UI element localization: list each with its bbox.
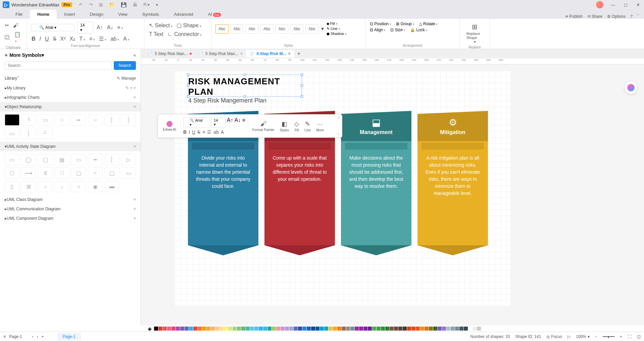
color-swatch[interactable] (259, 327, 263, 331)
color-swatch[interactable] (285, 327, 289, 331)
font-select[interactable]: 🔍 Arial ▾ (31, 24, 75, 31)
color-swatch[interactable] (315, 327, 319, 331)
page-tab-1[interactable]: Page-1 (57, 333, 81, 340)
color-swatch[interactable] (394, 327, 398, 331)
doc-tab-3[interactable]: 📄 4-Step Risk M...× (246, 50, 294, 57)
shape-thumb[interactable]: │ (121, 114, 136, 126)
color-swatch[interactable] (398, 327, 402, 331)
underline-icon[interactable]: U (192, 129, 195, 135)
edraw-ai-button[interactable]: Edraw AI (161, 121, 178, 131)
shape-thumb[interactable]: ━ (88, 154, 103, 165)
menu-ai[interactable]: AIhot (201, 10, 228, 19)
float-size-select[interactable]: 14 ▾ (211, 117, 226, 128)
resize-handle[interactable] (187, 74, 189, 76)
color-swatch[interactable] (307, 327, 311, 331)
color-swatch[interactable] (154, 327, 158, 331)
superscript-icon[interactable]: X² (60, 35, 66, 43)
resize-handle[interactable] (301, 95, 303, 98)
save-icon[interactable]: 💾 (121, 2, 127, 7)
prev-page-icon[interactable]: ‹ (32, 334, 34, 339)
new-icon[interactable]: ⊞ (99, 2, 103, 7)
line-button[interactable]: ✎ Line (327, 27, 347, 31)
color-swatch[interactable] (198, 327, 202, 331)
shape-thumb[interactable]: ◯ (21, 154, 36, 165)
align-icon[interactable]: ≡ (242, 117, 245, 128)
doc-tab-1[interactable]: 📄 5 Step Risk Man... (144, 50, 195, 57)
resize-handle[interactable] (244, 74, 246, 76)
zoom-out-icon[interactable]: − (595, 334, 597, 339)
color-swatch[interactable] (385, 327, 389, 331)
color-swatch[interactable] (237, 327, 241, 331)
color-swatch[interactable] (254, 327, 258, 331)
shape-thumb[interactable] (5, 114, 19, 126)
fill-button[interactable]: ◆ Fill (327, 22, 347, 26)
rotate-button[interactable]: △ Rotate (419, 22, 438, 26)
float-font-select[interactable]: 🔍 Arial ▾ (183, 117, 210, 128)
add-tab-button[interactable]: + (294, 51, 304, 57)
italic-icon[interactable]: I (39, 35, 42, 43)
options-button[interactable]: ⚙ Options (607, 14, 626, 19)
menu-insert[interactable]: Insert (57, 10, 83, 19)
font-shrink-icon[interactable]: A↓ (106, 24, 114, 31)
panel-icon[interactable]: ◫ (637, 334, 641, 339)
object-relationship-section[interactable]: ▾ Object Relationship× (0, 102, 141, 112)
color-swatch[interactable] (233, 327, 237, 331)
cut-icon[interactable]: ✂ (4, 22, 10, 29)
eyedropper-icon[interactable]: ◈ (148, 326, 152, 332)
color-swatch[interactable] (219, 327, 224, 331)
font-grow-icon[interactable]: A↑ (227, 117, 233, 128)
canvas-page[interactable]: RISK MANAGEMENT PLAN 4 Step Risk Mangeme… (175, 71, 510, 306)
shape-thumb[interactable]: ━ (71, 114, 86, 126)
bold-icon[interactable]: B (31, 35, 36, 43)
color-swatch[interactable] (215, 327, 219, 331)
uml-activity-section[interactable]: ▾ UML Activity State Diagram× (0, 142, 141, 151)
shape-thumb[interactable]: ▭ (5, 128, 19, 139)
print-icon[interactable]: 🖶 (133, 2, 137, 7)
shape-thumb[interactable]: ┘ (38, 128, 53, 139)
color-swatch[interactable] (420, 327, 424, 331)
shape-thumb[interactable]: ▭ (71, 154, 86, 165)
menu-home[interactable]: Home (30, 10, 57, 19)
symbol-search-input[interactable] (5, 61, 112, 70)
strike-icon[interactable]: S̶ (52, 35, 57, 43)
select-button[interactable]: ↖ Select (148, 22, 173, 29)
color-swatch[interactable] (346, 327, 350, 331)
shape-thumb[interactable]: ⊞ (21, 181, 36, 192)
color-swatch[interactable] (329, 327, 333, 331)
shape-thumb[interactable]: ⧖ (38, 167, 53, 179)
shape-thumb[interactable]: │ (21, 128, 36, 139)
size-select[interactable]: 14 ▾ (77, 22, 93, 34)
highlight-icon[interactable]: ab (213, 129, 219, 135)
risk-card-3[interactable]: ⬓Management Make decisions about the mos… (341, 111, 411, 262)
shape-thumb[interactable]: ▭ (121, 167, 136, 179)
replace-shape-button[interactable]: ⊞Replace Shape ▾ (464, 22, 486, 45)
color-swatch[interactable] (250, 327, 254, 331)
shape-thumb[interactable]: ○ (55, 114, 69, 126)
color-swatch[interactable] (355, 327, 359, 331)
library-label[interactable]: Library (5, 76, 17, 81)
color-swatch[interactable] (468, 327, 472, 331)
sidebar-header[interactable]: ≡ More Symbols▾ « (0, 49, 141, 61)
focus-button[interactable]: ◎ Focus (546, 334, 562, 339)
style-more-icon[interactable]: ▾ (320, 25, 325, 33)
shape-thumb[interactable]: ▭ (5, 154, 19, 165)
color-swatch[interactable] (246, 327, 250, 331)
color-swatch[interactable] (464, 327, 468, 331)
color-swatch[interactable] (202, 327, 206, 331)
shape-thumb[interactable]: ▢ (71, 167, 86, 179)
collapse-ribbon-icon[interactable]: ˇ (637, 14, 639, 19)
color-swatch[interactable] (477, 327, 481, 331)
color-swatch[interactable] (473, 327, 477, 331)
color-swatch[interactable] (263, 327, 267, 331)
color-swatch[interactable] (455, 327, 459, 331)
shape-thumb[interactable]: ─ (88, 114, 103, 126)
shape-thumb[interactable]: ⟿ (21, 167, 36, 179)
style-preset-1[interactable]: Abc (215, 24, 229, 34)
font-shrink-icon[interactable]: A↓ (235, 117, 241, 128)
color-swatch[interactable] (193, 327, 197, 331)
present-icon[interactable]: ▷ (567, 334, 571, 339)
color-swatch[interactable] (311, 327, 315, 331)
selected-text-box[interactable]: RISK MANAGEMENT PLAN 4 Step Risk Mangeme… (188, 75, 302, 97)
style-preset-7[interactable]: Abc (305, 24, 318, 34)
spacing-icon[interactable]: ≡ (202, 129, 205, 135)
